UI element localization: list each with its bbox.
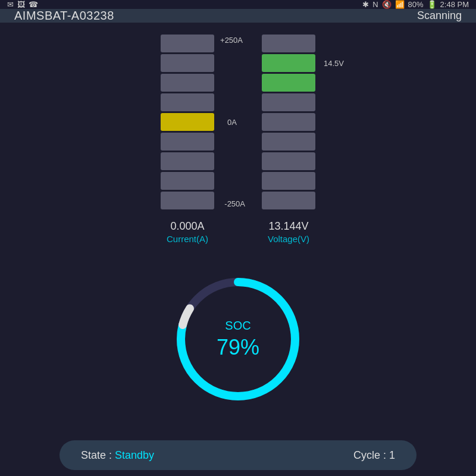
gauges-section: +250A 0A -250A (161, 35, 315, 244)
battery-level: 80% (408, 0, 424, 9)
email-icon: ✉ (7, 0, 14, 9)
current-segments: 0A (161, 35, 214, 209)
current-top-label: +250A (220, 36, 243, 45)
cycle-display: Cycle : 1 (353, 449, 395, 462)
mute-icon: 🔇 (382, 0, 392, 9)
current-seg-9 (161, 192, 214, 209)
soc-value: 79% (217, 335, 259, 360)
voltage-seg-1 (262, 35, 315, 52)
voltage-seg-8 (262, 172, 315, 190)
voltage-side-label: 14.5V (324, 59, 344, 68)
voltage-seg-3-active (262, 74, 315, 92)
voltage-seg-7 (262, 152, 315, 170)
voltage-seg-9 (262, 192, 315, 209)
status-left: ✉ 🖼 ☎ (7, 0, 38, 9)
voltage-seg-4 (262, 93, 315, 111)
current-seg-6 (161, 133, 214, 151)
current-seg-2 (161, 54, 214, 72)
voltage-seg-5 (262, 113, 315, 131)
bluetooth-icon: ✱ (362, 0, 369, 9)
current-seg-4 (161, 93, 214, 111)
status-bar: ✉ 🖼 ☎ ✱ N 🔇 📶 80% 🔋 2:48 PM (0, 0, 476, 9)
current-bar-gauge: +250A 0A -250A (161, 35, 214, 209)
current-gauge-container: +250A 0A -250A (161, 35, 214, 244)
voltage-label: Voltage(V) (268, 234, 309, 244)
battery-icon: 🔋 (427, 0, 437, 9)
current-seg-7 (161, 152, 214, 170)
current-seg-5-active: 0A (161, 113, 214, 131)
voltage-segments: 14.5V (262, 35, 315, 209)
bottom-status-bar: State : Standby Cycle : 1 (60, 440, 416, 470)
app-header: AIMSBAT-A03238 Scanning (0, 9, 476, 23)
current-seg-3 (161, 74, 214, 92)
image-icon: 🖼 (17, 0, 25, 9)
state-value: Standby (115, 449, 154, 461)
wifi-icon: 📶 (395, 0, 405, 9)
state-label: State : (81, 449, 115, 461)
current-seg-1 (161, 35, 214, 52)
voltage-bar-gauge: 14.5V (262, 35, 315, 209)
cycle-value: 1 (389, 449, 395, 461)
app-title: AIMSBAT-A03238 (14, 9, 114, 23)
soc-circle-wrapper: SOC 79% (173, 274, 303, 405)
notification-icon: ☎ (29, 0, 38, 9)
current-seg-8 (161, 172, 214, 190)
content-area: +250A 0A -250A (0, 23, 476, 476)
voltage-seg-2-active: 14.5V (262, 54, 315, 72)
current-bot-label: -250A (224, 199, 245, 208)
voltage-value: 13.144V (268, 220, 308, 233)
current-value: 0.000A (170, 220, 204, 233)
soc-section: SOC 79% (173, 274, 303, 405)
soc-label: SOC (217, 319, 259, 333)
page: ✉ 🖼 ☎ ✱ N 🔇 📶 80% 🔋 2:48 PM AIMSBAT-A032… (0, 0, 476, 476)
voltage-gauge-container: 14.5V 13.144V Voltage(V) (262, 35, 315, 244)
state-display: State : Standby (81, 449, 154, 462)
cycle-label: Cycle : (353, 449, 389, 461)
current-mid-label: 0A (227, 118, 237, 127)
status-right: ✱ N 🔇 📶 80% 🔋 2:48 PM (362, 0, 469, 9)
clock: 2:48 PM (440, 0, 469, 9)
scanning-status: Scanning (417, 10, 462, 22)
signal-icon: N (372, 0, 378, 9)
current-label: Current(A) (167, 234, 208, 244)
soc-inner: SOC 79% (217, 319, 259, 360)
voltage-seg-6 (262, 133, 315, 151)
